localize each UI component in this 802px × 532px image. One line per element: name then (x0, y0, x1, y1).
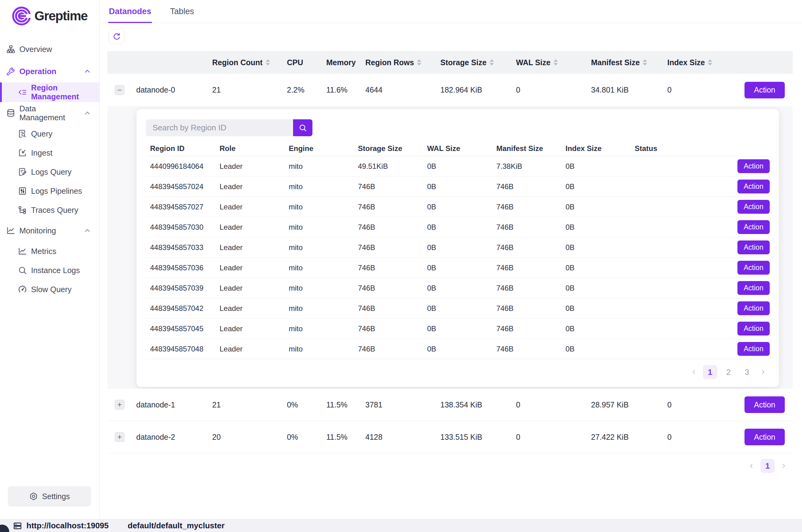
region-search-input[interactable] (146, 119, 293, 136)
sidebar-nav: Overview Operation Region Management Dat… (0, 38, 99, 299)
wal-size-value: 0B (423, 324, 492, 333)
memory-value: 11.6% (326, 86, 365, 94)
expand-button[interactable] (115, 400, 125, 410)
column-engine: Engine (284, 144, 354, 153)
tab-label: Datanodes (109, 7, 151, 16)
sidebar-item-logs-query[interactable]: Logs Query (0, 163, 99, 182)
index-size-value: 0B (561, 304, 630, 313)
settings-button[interactable]: Settings (8, 486, 91, 507)
sidebar-item-instance-logs[interactable]: Instance Logs (0, 261, 99, 280)
column-region-id: Region ID (146, 144, 215, 153)
tree-icon (18, 205, 27, 215)
chevron-up-icon (83, 227, 91, 235)
sidebar-item-monitoring[interactable]: Monitoring (0, 220, 99, 242)
region-action-button[interactable]: Action (738, 261, 770, 274)
page-number-3[interactable]: 3 (740, 365, 754, 379)
sidebar-item-slow-query[interactable]: Slow Query (0, 280, 99, 299)
column-manifest-size: Manifest Size (590, 58, 667, 67)
column-region-rows: Region Rows (365, 58, 440, 67)
datanodes-pagination: 1 (107, 459, 793, 473)
manifest-size-value: 746B (492, 345, 561, 353)
sort-icon[interactable] (708, 59, 712, 65)
greptime-logo-icon (12, 6, 31, 26)
sidebar-item-logs-pipelines[interactable]: Logs Pipelines (0, 182, 99, 201)
region-search-button[interactable] (293, 119, 312, 136)
region-action-button[interactable]: Action (738, 342, 770, 356)
sidebar-item-overview[interactable]: Overview (0, 38, 99, 60)
chevron-left-icon (691, 369, 698, 376)
search-icon (299, 124, 307, 132)
sidebar-item-label: Slow Query (31, 285, 72, 294)
wal-size-value: 0B (423, 203, 492, 211)
storage-size-value: 746B (354, 223, 423, 231)
region-action-button[interactable]: Action (738, 159, 770, 173)
search-icon (18, 266, 27, 275)
sort-icon[interactable] (643, 59, 647, 65)
prev-page-button[interactable] (745, 459, 758, 473)
document-search-icon (18, 129, 27, 138)
region-table-row: 4483945857030 Leader mito 746B 0B 746B 0… (146, 217, 770, 238)
sort-icon[interactable] (266, 59, 270, 65)
logo[interactable]: Greptime (0, 0, 99, 26)
storage-size-value: 746B (354, 304, 423, 313)
region-id-value: 4483945857048 (146, 345, 215, 353)
sidebar-item-ingest[interactable]: Ingest (0, 143, 99, 163)
sidebar-item-traces-query[interactable]: Traces Query (0, 201, 99, 220)
region-id-value: 4483945857027 (146, 203, 215, 211)
region-search (146, 119, 312, 136)
sidebar-item-query[interactable]: Query (0, 124, 99, 143)
tab-datanodes[interactable]: Datanodes (108, 0, 152, 23)
datanode-action-button[interactable]: Action (744, 82, 785, 98)
region-action-button[interactable]: Action (738, 301, 770, 315)
sort-icon[interactable] (490, 59, 494, 65)
column-memory: Memory (326, 58, 365, 67)
role-value: Leader (215, 304, 284, 313)
region-rows-value: 4128 (365, 433, 440, 442)
role-value: Leader (215, 203, 284, 211)
import-icon (18, 148, 27, 157)
page-number-2[interactable]: 2 (722, 365, 736, 379)
column-index-size: Index Size (667, 58, 737, 67)
sidebar-item-label: Query (31, 130, 52, 138)
region-id-value: 4483945857042 (146, 304, 215, 313)
server-icon (13, 521, 22, 530)
expand-button[interactable] (115, 432, 125, 442)
region-count-value: 20 (212, 433, 286, 442)
region-pagination: 1 2 3 (146, 363, 770, 381)
tab-tables[interactable]: Tables (169, 0, 195, 23)
datanode-row: datanode-0 21 2.2% 11.6% 4644 182.964 Ki… (107, 74, 793, 106)
prev-page-button[interactable] (687, 365, 701, 379)
sort-icon[interactable] (417, 59, 421, 65)
sidebar-item-region-management[interactable]: Region Management (0, 82, 99, 102)
region-action-button[interactable]: Action (738, 322, 770, 336)
refresh-button[interactable] (109, 29, 125, 44)
next-page-button[interactable] (756, 365, 770, 379)
collapse-button[interactable] (115, 85, 125, 95)
cpu-value: 0% (286, 433, 326, 442)
role-value: Leader (215, 284, 284, 292)
page-number-1[interactable]: 1 (761, 459, 775, 473)
column-manifest-size: Manifest Size (492, 144, 561, 153)
region-action-button[interactable]: Action (738, 241, 770, 254)
region-action-button[interactable]: Action (738, 281, 770, 295)
next-page-button[interactable] (777, 459, 790, 473)
wal-size-value: 0B (423, 243, 492, 252)
sidebar-item-data-management[interactable]: Data Management (0, 102, 99, 124)
region-table-row: 4483945857039 Leader mito 746B 0B 746B 0… (146, 278, 770, 298)
region-rows-value: 4644 (365, 86, 440, 94)
manifest-size-value: 28.957 KiB (590, 400, 667, 409)
region-action-button[interactable]: Action (738, 220, 770, 234)
manifest-size-value: 746B (492, 203, 561, 211)
region-action-button[interactable]: Action (738, 200, 770, 214)
gauge-icon (18, 285, 27, 294)
sidebar-item-operation[interactable]: Operation (0, 60, 99, 82)
sort-icon[interactable] (554, 59, 558, 65)
manifest-size-value: 746B (492, 304, 561, 313)
index-size-value: 0B (561, 324, 630, 333)
datanode-action-button[interactable]: Action (744, 429, 785, 445)
region-panel: Region ID Role Engine Storage Size WAL S… (136, 109, 779, 387)
datanode-action-button[interactable]: Action (744, 396, 785, 413)
sidebar-item-metrics[interactable]: Metrics (0, 242, 99, 261)
page-number-1[interactable]: 1 (703, 365, 717, 379)
region-action-button[interactable]: Action (738, 179, 770, 193)
